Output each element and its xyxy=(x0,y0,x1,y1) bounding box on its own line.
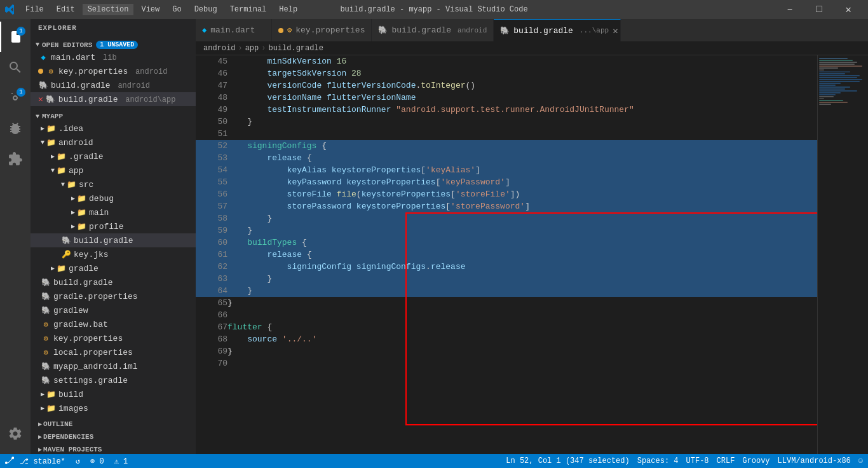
menu-file[interactable]: File xyxy=(20,4,49,15)
code-content[interactable]: signingConfig signingConfigs.release xyxy=(227,261,817,273)
open-file-main-dart[interactable]: ◆ main.dart lib xyxy=(31,50,196,64)
tree-gradlew-bat[interactable]: ⚙ gradlew.bat xyxy=(31,317,196,331)
menu-view[interactable]: View xyxy=(136,4,165,15)
code-content[interactable]: buildTypes { xyxy=(227,237,817,249)
maximize-button[interactable]: □ xyxy=(804,0,834,19)
encoding[interactable]: UTF-8 xyxy=(686,457,709,465)
tree-local-properties[interactable]: ⚙ local.properties xyxy=(31,345,196,359)
tree-key-jks[interactable]: 🔑 key.jks xyxy=(31,247,196,261)
open-editors-header[interactable]: ▼ OPEN EDITORS 1 UNSAVED xyxy=(31,39,196,50)
activity-debug[interactable] xyxy=(0,113,31,144)
activity-settings[interactable] xyxy=(0,418,31,449)
code-content[interactable]: targetSdkVersion 28 xyxy=(227,67,817,79)
menu-selection[interactable]: Selection xyxy=(83,4,134,15)
menu-debug[interactable]: Debug xyxy=(189,4,222,15)
code-content[interactable]: } xyxy=(227,345,817,357)
tree-build-folder[interactable]: ▶ 📁 build xyxy=(31,387,196,401)
code-content[interactable] xyxy=(227,357,817,369)
code-content[interactable]: } xyxy=(227,297,817,309)
breadcrumb-app[interactable]: app xyxy=(245,44,259,53)
code-content[interactable]: keyAlias keystoreProperties['keyAlias'] xyxy=(227,164,817,176)
tree-profile[interactable]: ▶ 📁 profile xyxy=(31,219,196,233)
tree-images[interactable]: ▶ 📁 images xyxy=(31,401,196,415)
outline-header[interactable]: ▶ OUTLINE xyxy=(31,418,196,430)
code-content[interactable] xyxy=(227,309,817,321)
tree-settings-gradle[interactable]: 🐘 settings.gradle xyxy=(31,373,196,387)
code-content[interactable]: storePassword keystoreProperties['storeP… xyxy=(227,200,817,212)
tree-build-gradle-root[interactable]: 🐘 build.gradle xyxy=(31,275,196,289)
menu-terminal[interactable]: Terminal xyxy=(225,4,272,15)
warnings-count[interactable]: ⚠ 1 xyxy=(114,457,128,466)
code-content[interactable]: signingConfigs { xyxy=(227,140,817,152)
code-content[interactable] xyxy=(227,128,817,140)
menu-edit[interactable]: Edit xyxy=(51,4,80,15)
tree-src[interactable]: ▼ 📁 src xyxy=(31,177,196,191)
cursor-position[interactable]: Ln 52, Col 1 (347 selected) xyxy=(506,457,629,465)
tree-gradle-properties[interactable]: 🐘 gradle.properties xyxy=(31,289,196,303)
menu-go[interactable]: Go xyxy=(167,4,186,15)
code-content[interactable]: flutter { xyxy=(227,321,817,333)
tree-main-folder[interactable]: ▶ 📁 main xyxy=(31,205,196,219)
android-folder-icon: 📁 xyxy=(46,137,56,148)
project-header[interactable]: ▼ MYAPP xyxy=(31,111,196,121)
sync-icon[interactable]: ↺ xyxy=(76,457,80,466)
language-mode[interactable]: Groovy xyxy=(742,457,770,465)
maven-header[interactable]: ▶ MAVEN PROJECTS xyxy=(31,443,196,454)
spaces[interactable]: Spaces: 4 xyxy=(637,457,679,465)
code-container[interactable]: 45 minSdkVersion 1646 targetSdkVersion 2… xyxy=(196,55,817,454)
tree-gradle-folder[interactable]: ▶ 📁 .gradle xyxy=(31,149,196,163)
code-content[interactable]: } xyxy=(227,212,817,224)
tab-build-gradle-app[interactable]: 🐘 build.gradle ...\app ✕ xyxy=(494,19,621,41)
line-ending[interactable]: CRLF xyxy=(717,457,735,465)
errors-count[interactable]: ⊗ 0 xyxy=(90,457,104,466)
code-content[interactable]: versionCode flutterVersionCode.toInteger… xyxy=(227,79,817,92)
code-content[interactable]: } xyxy=(227,116,817,128)
code-content[interactable]: release { xyxy=(227,152,817,164)
tree-idea[interactable]: ▶ 📁 .idea xyxy=(31,121,196,135)
code-content[interactable]: testInstrumentationRunner "android.suppo… xyxy=(227,104,817,116)
tree-gradlew[interactable]: 🐘 gradlew xyxy=(31,303,196,317)
git-branch[interactable]: ⎇ stable* xyxy=(5,457,65,466)
explorer-badge: 1 xyxy=(17,27,25,36)
code-content[interactable]: keyPassword keystoreProperties['keyPassw… xyxy=(227,176,817,188)
code-content[interactable]: storeFile file(keystoreProperties['store… xyxy=(227,188,817,200)
tree-build-gradle[interactable]: 🐘 build.gradle xyxy=(31,233,196,247)
close-button[interactable]: ✕ xyxy=(834,0,863,19)
folder-name: android xyxy=(58,138,93,148)
tree-myapp-iml[interactable]: 🐘 myapp_android.iml xyxy=(31,359,196,373)
breadcrumb-file[interactable]: build.gradle xyxy=(268,44,323,53)
window-controls[interactable]: – □ ✕ xyxy=(775,0,863,19)
activity-explorer[interactable]: 1 xyxy=(0,22,31,52)
minimize-button[interactable]: – xyxy=(775,0,804,19)
activity-source-control[interactable]: 1 xyxy=(0,83,31,113)
tab-close-button[interactable]: ✕ xyxy=(613,25,618,36)
tab-main-dart[interactable]: ◆ main.dart xyxy=(196,19,272,41)
breadcrumb-android[interactable]: android xyxy=(203,44,235,53)
tree-gradle[interactable]: ▶ 📁 gradle xyxy=(31,261,196,275)
code-content[interactable]: minSdkVersion 16 xyxy=(227,55,817,67)
code-content[interactable]: } xyxy=(227,224,817,237)
table-row: 59 } xyxy=(196,224,817,237)
tree-android[interactable]: ▼ 📁 android xyxy=(31,135,196,149)
code-content[interactable]: } xyxy=(227,273,817,285)
menu-help[interactable]: Help xyxy=(274,4,302,15)
tree-app[interactable]: ▼ 📁 app xyxy=(31,163,196,177)
open-file-build-gradle-app[interactable]: ✕ 🐘 build.gradle android\app xyxy=(31,92,196,106)
minimap[interactable] xyxy=(817,55,868,454)
tree-debug[interactable]: ▶ 📁 debug xyxy=(31,191,196,205)
open-file-build-gradle-android[interactable]: 🐘 build.gradle android xyxy=(31,78,196,92)
git-text: ⎇ stable* xyxy=(20,457,65,466)
code-content[interactable]: versionName flutterVersionName xyxy=(227,92,817,104)
tab-key-properties[interactable]: ⚙ key.properties xyxy=(272,19,372,41)
open-file-key-properties[interactable]: ⚙ key.properties android xyxy=(31,64,196,78)
code-content[interactable]: } xyxy=(227,285,817,297)
deps-header[interactable]: ▶ DEPENDENCIES xyxy=(31,430,196,443)
activity-search[interactable] xyxy=(0,52,31,83)
tree-key-properties[interactable]: ⚙ key.properties xyxy=(31,331,196,345)
code-content[interactable]: source '../..' xyxy=(227,333,817,345)
menu-bar[interactable]: File Edit Selection View Go Debug Termin… xyxy=(20,4,302,15)
feedback-icon[interactable]: ☺ xyxy=(858,457,863,465)
activity-extensions[interactable] xyxy=(0,144,31,174)
code-content[interactable]: release { xyxy=(227,249,817,261)
tab-build-gradle-android[interactable]: 🐘 build.gradle android xyxy=(372,19,494,41)
